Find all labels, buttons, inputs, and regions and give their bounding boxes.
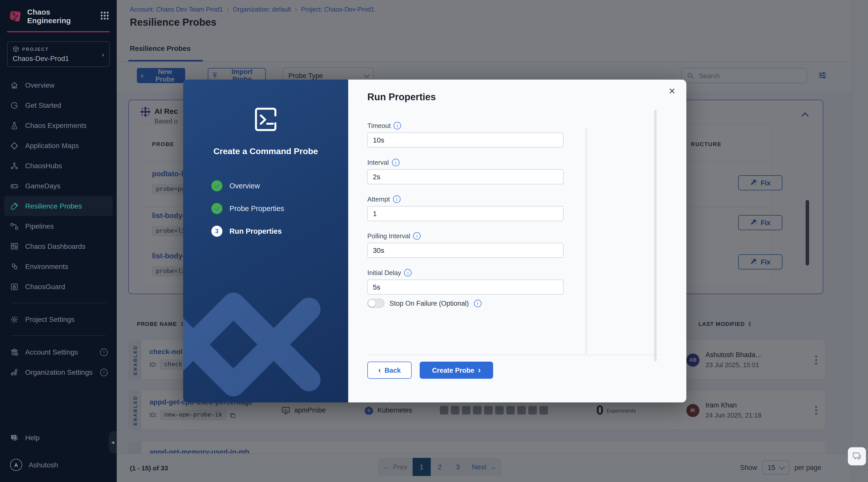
- chevron-right-icon: ›: [102, 50, 104, 58]
- sidebar-collapse-handle[interactable]: ◀: [109, 431, 117, 453]
- toggle-label: Stop On Failure (Optional): [390, 300, 469, 307]
- sidebar-item-chaos-experiments[interactable]: Chaos Experiments: [4, 115, 113, 136]
- sidebar-item-application-maps[interactable]: Application Maps: [4, 136, 113, 155]
- info-icon: ?: [100, 368, 108, 376]
- harness-watermark-logo: [183, 272, 334, 402]
- modal-body: × Run Properties Timeouti Intervali Atte…: [348, 80, 686, 402]
- step-check-icon: [211, 203, 222, 214]
- info-icon[interactable]: i: [393, 195, 401, 203]
- sidebar-item-label: Overview: [25, 81, 55, 89]
- layers-gear-icon: [10, 348, 19, 356]
- create-probe-button[interactable]: Create Probe ›: [420, 362, 493, 379]
- info-icon[interactable]: i: [413, 232, 421, 240]
- sidebar-item-chaos-dashboards[interactable]: Chaos Dashboards: [4, 236, 113, 256]
- initial-delay-input[interactable]: [367, 280, 564, 295]
- project-selector[interactable]: PROJECT Chaos-Dev-Prod1 ›: [7, 41, 110, 67]
- sidebar-item-organization-settings[interactable]: Organization Settings ?: [4, 362, 113, 382]
- sidebar-header: Chaos Engineering: [0, 0, 117, 31]
- modal-wizard-panel: Create a Command Probe Overview Probe Pr…: [183, 80, 348, 402]
- sidebar-item-get-started[interactable]: Get Started: [4, 95, 113, 115]
- step-overview[interactable]: Overview: [211, 180, 284, 191]
- field-label: Initial Delay: [367, 269, 401, 277]
- sidebar-item-label: Organization Settings: [25, 368, 93, 376]
- harness-logo-icon: [8, 9, 22, 23]
- org-chart-gear-icon: [10, 368, 19, 376]
- sidebar-item-label: Environments: [25, 262, 68, 271]
- step-probe-properties[interactable]: Probe Properties: [211, 203, 284, 214]
- lock-icon: [10, 282, 19, 291]
- user-name: Ashutosh: [29, 461, 58, 469]
- info-icon[interactable]: i: [404, 269, 412, 277]
- step-number: 3: [211, 226, 222, 237]
- home-icon: [10, 81, 19, 89]
- close-icon[interactable]: ×: [669, 86, 675, 97]
- field-label: Polling Interval: [367, 232, 410, 240]
- flask-icon: [10, 121, 19, 130]
- sidebar-item-label: ChaosGuard: [25, 283, 65, 291]
- sidebar-item-label: Resilience Probes: [25, 202, 82, 210]
- sidebar-nav: Overview Get Started Chaos Experiments A…: [0, 75, 117, 296]
- app-title: Chaos Engineering: [27, 7, 96, 25]
- terminal-icon: [252, 106, 279, 133]
- sidebar-item-gamedays[interactable]: GameDays: [4, 176, 113, 196]
- sidebar-item-chaoshubs[interactable]: ChaosHubs: [4, 155, 113, 176]
- help-chat-icon: ?: [10, 433, 19, 442]
- sidebar-item-environments[interactable]: Environments: [4, 256, 113, 277]
- gear-icon: [10, 315, 19, 323]
- svg-text:?: ?: [13, 435, 15, 439]
- timeout-input[interactable]: [367, 133, 564, 148]
- sidebar-item-label: GameDays: [25, 182, 60, 190]
- step-run-properties[interactable]: 3 Run Properties: [211, 226, 284, 237]
- modal-heading: Run Properties: [367, 92, 436, 103]
- sidebar-item-project-settings[interactable]: Project Settings: [4, 309, 113, 330]
- module-grid-icon[interactable]: [101, 11, 110, 21]
- attempt-input[interactable]: [367, 206, 564, 221]
- info-icon[interactable]: i: [474, 300, 481, 307]
- chat-widget-button[interactable]: [848, 447, 866, 465]
- chevron-right-icon: ›: [478, 365, 480, 375]
- info-icon[interactable]: i: [394, 122, 401, 130]
- sidebar-item-label: Help: [25, 434, 40, 442]
- wizard-title: Create a Command Probe: [183, 147, 348, 157]
- sidebar-item-label: Pipelines: [25, 222, 54, 230]
- project-name: Chaos-Dev-Prod1: [12, 54, 104, 62]
- sidebar-item-help[interactable]: ? Help: [4, 428, 113, 448]
- interval-input[interactable]: [367, 169, 564, 185]
- app-root: Chaos Engineering PROJECT Chaos-Dev-Prod…: [0, 0, 868, 482]
- hub-network-icon: [10, 162, 19, 170]
- project-label: PROJECT: [22, 47, 49, 52]
- sidebar-item-label: Project Settings: [25, 315, 74, 323]
- cube-icon: [12, 46, 19, 52]
- user-menu[interactable]: A Ashutosh: [4, 455, 113, 475]
- sidebar-account-group: Account Settings ? Organization Settings…: [0, 342, 117, 382]
- info-icon: ?: [100, 348, 108, 356]
- sidebar: Chaos Engineering PROJECT Chaos-Dev-Prod…: [0, 0, 117, 482]
- stop-on-failure-toggle[interactable]: [367, 299, 384, 308]
- dashboard-icon: [10, 242, 19, 251]
- create-command-probe-modal: Create a Command Probe Overview Probe Pr…: [183, 80, 686, 402]
- hexagons-icon: [10, 262, 19, 271]
- step-label: Overview: [229, 182, 260, 190]
- sidebar-item-chaosguard[interactable]: ChaosGuard: [4, 277, 113, 296]
- sidebar-item-account-settings[interactable]: Account Settings ?: [4, 342, 113, 362]
- target-icon: [10, 141, 19, 150]
- pipeline-icon: [10, 222, 19, 230]
- divider: [11, 335, 106, 336]
- step-label: Probe Properties: [229, 204, 284, 212]
- sidebar-item-overview[interactable]: Overview: [4, 75, 113, 95]
- sidebar-item-resilience-probes[interactable]: Resilience Probes: [4, 196, 113, 216]
- field-label: Interval: [367, 159, 389, 166]
- brand-accent-line: [7, 31, 110, 32]
- info-icon[interactable]: i: [392, 159, 399, 166]
- get-started-icon: [10, 101, 19, 110]
- polling-interval-input[interactable]: [367, 243, 564, 258]
- field-label: Timeout: [367, 122, 391, 130]
- form-scrollbar-track: [585, 127, 587, 354]
- back-button[interactable]: ‹ Back: [367, 362, 412, 379]
- sidebar-item-pipelines[interactable]: Pipelines: [4, 216, 113, 236]
- field-label: Attempt: [367, 195, 390, 203]
- wizard-steps: Overview Probe Properties 3 Run Properti…: [211, 180, 284, 237]
- sidebar-item-label: Chaos Dashboards: [25, 242, 86, 250]
- divider: [11, 303, 106, 303]
- sidebar-settings: Project Settings: [0, 309, 117, 330]
